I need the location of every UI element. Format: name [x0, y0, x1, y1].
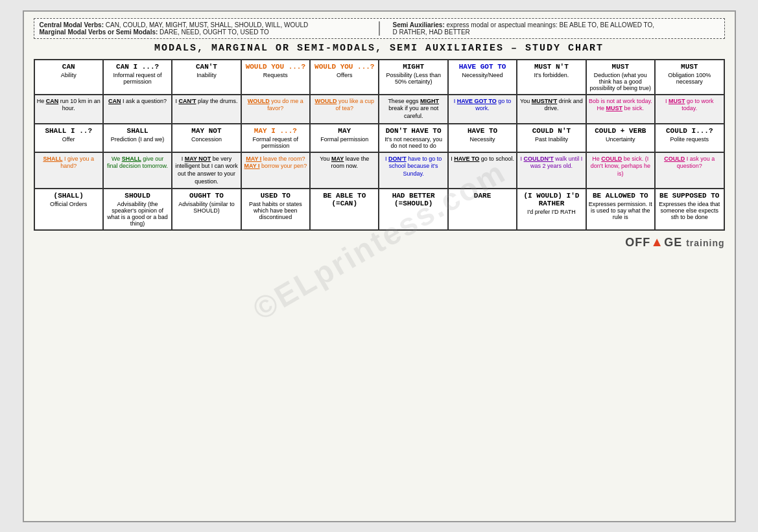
logo-triangle: ▲	[650, 235, 664, 249]
header-box: Central Modal Verbs: CAN, COULD, MAY, MI…	[34, 18, 725, 39]
cell-had-better: HAD BETTER (=SHOULD)	[379, 189, 447, 230]
header-row-3: (SHALL) Official Orders SHOULD Advisabil…	[34, 189, 724, 230]
cell-dare: DARE	[448, 189, 517, 230]
ex-could-verb: He COULD be sick. (I don't know, perhaps…	[586, 152, 655, 189]
ex-could-i: COULD I ask you a question?	[655, 152, 724, 189]
cell-may: MAY Formal permission	[310, 124, 379, 152]
ex-have-got-to: I HAVE GOT TO go to work.	[448, 95, 517, 124]
logo-text: OFF	[625, 236, 650, 249]
ex-mustnt: You MUSTN'T drink and drive.	[517, 95, 586, 124]
cell-must-obligation: MUST Obligation 100% necessary	[655, 60, 724, 95]
cell-shall: SHALL Prediction (I and we)	[103, 124, 172, 152]
cell-could-verb: COULD + VERB Uncertainty	[586, 124, 655, 152]
cell-shall-official: (SHALL) Official Orders	[34, 189, 103, 230]
cell-must-deduction: MUST Deduction (what you think has a goo…	[586, 60, 655, 95]
ex-must-deduction: Bob is not at work today. He MUST be sic…	[586, 95, 655, 124]
cell-used-to: USED TO Past habits or states which have…	[241, 189, 310, 230]
cell-id-rather: (I WOULD) I'D RATHER I'd prefer I'D RATH	[517, 189, 586, 230]
logo: OFF▲GE training	[34, 235, 725, 249]
ex-may-i: MAY I leave the room? MAY I borrow your …	[241, 152, 310, 189]
study-chart: CAN Ability CAN I ...? Informal request …	[34, 59, 725, 231]
cell-ought-to: OUGHT TO Advisability (similar to SHOULD…	[172, 189, 241, 230]
header-col2: Semi Auxiliaries: express modal or aspec…	[393, 21, 719, 36]
cell-may-not: MAY NOT Concession	[172, 124, 241, 152]
cell-might: MIGHT Possibility (Less than 50% certain…	[379, 60, 447, 95]
cell-could-i: COULD I...? Polite requests	[655, 124, 724, 152]
example-row-2: SHALL I give you a hand? We SHALL give o…	[34, 152, 724, 189]
cell-be-able-to: BE ABLE TO (=CAN)	[310, 189, 379, 230]
cell-can-i: CAN I ...? Informal request of permissio…	[103, 60, 172, 95]
header-col1: Central Modal Verbs: CAN, COULD, MAY, MI…	[40, 21, 366, 36]
ex-couldnt: I COULDN'T walk until I was 2 years old.	[517, 152, 586, 189]
ex-may-not: I MAY NOT be very intelligent but I can …	[172, 152, 241, 189]
cell-shall-i: SHALL I ..? Offer	[34, 124, 103, 152]
cell-may-i: MAY I ...? Formal request of permission	[241, 124, 310, 152]
ex-cant: I CAN'T play the drums.	[172, 95, 241, 124]
cell-couldnt: COULD N'T Past Inability	[517, 124, 586, 152]
cell-dont-have-to: DON'T HAVE TO It's not necessary, you do…	[379, 124, 447, 152]
cell-have-got-to: HAVE GOT TO Necessity/Need	[448, 60, 517, 95]
ex-can-i: CAN I ask a question?	[103, 95, 172, 124]
ex-shall-i: SHALL I give you a hand?	[34, 152, 103, 189]
cell-cant: CAN'T Inability	[172, 60, 241, 95]
example-row-1: He CAN run 10 km in an hour. CAN I ask a…	[34, 95, 724, 124]
cell-would-you-2: WOULD YOU ...? Offers	[310, 60, 379, 95]
logo-training-text: training	[686, 238, 724, 248]
logo-age: GE	[664, 236, 682, 249]
page: ©ELprintess.com Central Modal Verbs: CAN…	[23, 10, 736, 522]
cell-would-you-1: WOULD YOU ...? Requests	[241, 60, 310, 95]
header-row-2: SHALL I ..? Offer SHALL Prediction (I an…	[34, 124, 724, 152]
cell-should: SHOULD Advisability (the speaker's opini…	[103, 189, 172, 230]
ex-would-1: WOULD you do me a favor?	[241, 95, 310, 124]
cell-be-allowed-to: BE ALLOWED TO Expresses permission. It i…	[586, 189, 655, 230]
chart-title: MODALS, MARGINAL OR SEMI-MODALS, SEMI AU…	[34, 43, 725, 54]
ex-dont-have-to: I DON'T have to go to school because it'…	[379, 152, 447, 189]
ex-shall: We SHALL give our final decision tomorro…	[103, 152, 172, 189]
cell-can: CAN Ability	[34, 60, 103, 95]
ex-must-obligation: I MUST go to work today.	[655, 95, 724, 124]
cell-be-supposed-to: BE SUPPOSED TO Expresses the idea that s…	[655, 189, 724, 230]
ex-have-to: I HAVE TO go to school.	[448, 152, 517, 189]
ex-would-2: WOULD you like a cup of tea?	[310, 95, 379, 124]
ex-can: He CAN run 10 km in an hour.	[34, 95, 103, 124]
ex-might: These eggs MIGHT break if you are not ca…	[379, 95, 447, 124]
header-row-1: CAN Ability CAN I ...? Informal request …	[34, 60, 724, 95]
ex-may: You MAY leave the room now.	[310, 152, 379, 189]
cell-have-to: HAVE TO Necessity	[448, 124, 517, 152]
cell-mustnt: MUST N'T It's forbidden.	[517, 60, 586, 95]
